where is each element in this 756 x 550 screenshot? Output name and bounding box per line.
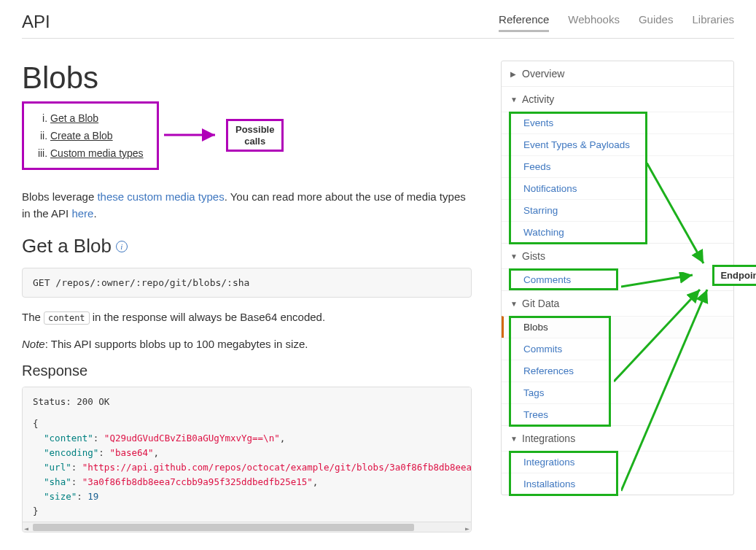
side-group-overview[interactable]: ▶ Overview xyxy=(502,61,733,86)
topbar: API Reference Webhooks Guides Libraries xyxy=(22,0,734,39)
horizontal-scrollbar[interactable]: ◄► xyxy=(23,522,471,532)
callout-possible-calls: Possible calls xyxy=(226,119,284,152)
sidebar: ▶ Overview ▼ Activity Events Event Types… xyxy=(501,61,734,532)
section-get-a-blob: Get a Blob i xyxy=(22,235,472,257)
sidebar-item-references[interactable]: References xyxy=(502,360,733,381)
toc-custom-media-types[interactable]: Custom media types xyxy=(50,147,144,159)
sidebar-item-starring[interactable]: Starring xyxy=(502,199,733,221)
intro-paragraph: Blobs leverage these custom media types.… xyxy=(22,189,472,222)
sidebar-item-installations[interactable]: Installations xyxy=(502,473,733,495)
response-status: Status: 200 OK xyxy=(33,395,461,409)
chevron-down-icon: ▼ xyxy=(510,96,518,104)
sidebar-item-comments[interactable]: Comments xyxy=(502,268,733,290)
arrow-icon xyxy=(164,128,222,142)
response-block: Status: 200 OK { "content": "Q29udGVudCB… xyxy=(22,387,472,532)
inline-code-content: content xyxy=(44,311,90,325)
chevron-down-icon: ▼ xyxy=(510,252,518,260)
chevron-right-icon: ▶ xyxy=(510,70,518,78)
sidebar-item-feeds[interactable]: Feeds xyxy=(502,155,733,177)
sidebar-item-integrations[interactable]: Integrations xyxy=(502,451,733,473)
toc-create-a-blob[interactable]: Create a Blob xyxy=(50,130,113,142)
link-custom-media-types[interactable]: these custom media types xyxy=(97,190,224,203)
side-group-gitdata[interactable]: ▼ Git Data xyxy=(502,290,733,316)
callout-endpoints: Endpoints xyxy=(712,265,756,286)
chevron-down-icon: ▼ xyxy=(510,435,518,443)
sidebar-item-blobs[interactable]: Blobs xyxy=(502,316,733,338)
size-note: Note: This API supports blobs up to 100 … xyxy=(22,336,472,353)
content-note: The content in the response will always … xyxy=(22,309,472,326)
sidebar-item-tags[interactable]: Tags xyxy=(502,381,733,403)
toc-get-a-blob[interactable]: Get a Blob xyxy=(50,112,98,124)
callout-line1: Possible xyxy=(235,124,274,135)
app-title: API xyxy=(22,12,50,32)
tab-libraries[interactable]: Libraries xyxy=(692,13,734,32)
sidebar-item-events[interactable]: Events xyxy=(502,112,733,133)
tab-webhooks[interactable]: Webhooks xyxy=(568,13,620,32)
top-nav: Reference Webhooks Guides Libraries xyxy=(499,13,734,32)
toc-box: Get a Blob Create a Blob Custom media ty… xyxy=(22,101,159,170)
sidebar-item-event-types[interactable]: Event Types & Payloads xyxy=(502,133,733,155)
side-group-integrations[interactable]: ▼ Integrations xyxy=(502,425,733,451)
tab-guides[interactable]: Guides xyxy=(639,13,674,32)
callout-line2: calls xyxy=(244,136,265,147)
side-group-activity[interactable]: ▼ Activity xyxy=(502,86,733,112)
tab-reference[interactable]: Reference xyxy=(499,13,549,32)
sidebar-item-commits[interactable]: Commits xyxy=(502,338,733,360)
response-heading: Response xyxy=(22,363,472,379)
side-group-gists[interactable]: ▼ Gists xyxy=(502,243,733,268)
main-content: Blobs Get a Blob Create a Blob Custom me… xyxy=(22,61,472,532)
sidebar-item-watching[interactable]: Watching xyxy=(502,221,733,243)
chevron-down-icon: ▼ xyxy=(510,300,518,308)
page-title: Blobs xyxy=(22,61,472,96)
link-here[interactable]: here xyxy=(71,207,93,220)
info-icon[interactable]: i xyxy=(116,241,128,252)
code-endpoint: GET /repos/:owner/:repo/git/blobs/:sha xyxy=(22,268,472,298)
sidebar-item-notifications[interactable]: Notifications xyxy=(502,177,733,199)
sidebar-item-trees[interactable]: Trees xyxy=(502,403,733,425)
